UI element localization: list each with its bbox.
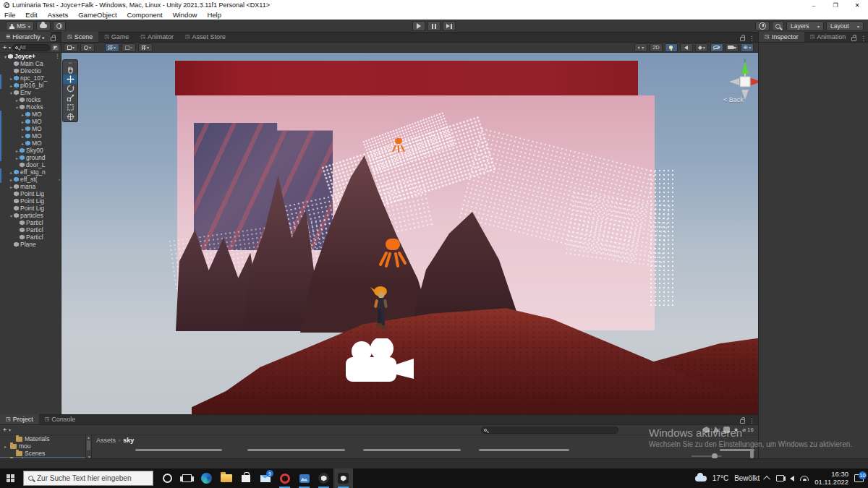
character-jak[interactable] xyxy=(367,286,395,339)
tray-expand-icon[interactable] xyxy=(763,476,770,483)
tab-scene[interactable]: ◳Scene xyxy=(61,32,98,42)
panel-resize-grip[interactable] xyxy=(750,450,754,458)
expand-arrow-icon[interactable]: ▸ xyxy=(14,155,20,160)
panel-menu-icon[interactable]: ⋮ xyxy=(749,35,755,42)
taskbar-app-unity-hub[interactable] xyxy=(314,468,333,488)
asset-list-item[interactable] xyxy=(363,449,461,451)
search-button[interactable] xyxy=(772,21,784,31)
tab-hierarchy[interactable]: ☰Hierarchy▸ xyxy=(0,32,51,42)
taskbar-search-input[interactable]: Zur Suche Text hier eingeben xyxy=(23,471,153,486)
render-mode-dropdown[interactable]: ◐▾ xyxy=(634,43,647,52)
hierarchy-item-rocks[interactable]: ▸rocks xyxy=(0,96,61,103)
expand-arrow-icon[interactable]: ▾ xyxy=(14,105,20,110)
menu-help[interactable]: Help xyxy=(207,11,221,19)
rotate-tool[interactable] xyxy=(63,84,77,93)
hierarchy-item-point-lig[interactable]: Point Lig xyxy=(0,190,61,197)
hierarchy-item-mo[interactable]: ▸MO xyxy=(0,125,61,132)
cloud-button[interactable] xyxy=(36,21,51,31)
project-folder-Scenes[interactable]: Scenes xyxy=(0,450,91,457)
lighting-toggle[interactable] xyxy=(665,43,678,52)
palette-grip[interactable]: ▪▪ xyxy=(63,60,77,65)
snap-dropdown[interactable]: ▾ xyxy=(122,43,136,52)
project-folder-mou[interactable]: ▸mou xyxy=(0,442,91,450)
tab-inspector[interactable]: ◳Inspector xyxy=(759,32,804,42)
services-button[interactable] xyxy=(53,21,66,31)
breadcrumb-leaf[interactable]: sky xyxy=(123,437,134,444)
account-button[interactable]: MS▾ xyxy=(6,21,34,31)
2d-toggle[interactable]: 2D xyxy=(650,43,663,52)
lock-icon[interactable] xyxy=(51,37,56,41)
hierarchy-item-env[interactable]: ▾Env xyxy=(0,89,61,96)
hierarchy-item-npc-107-[interactable]: ▸npc_107_ xyxy=(0,74,61,82)
tab-game[interactable]: ◳Game xyxy=(98,32,135,42)
hierarchy-item-particles[interactable]: ▾particles xyxy=(0,212,61,219)
shading-dropdown[interactable]: ▾ xyxy=(80,43,95,52)
expand-arrow-icon[interactable]: ▸ xyxy=(9,76,14,81)
hierarchy-item-mo[interactable]: ▸MO xyxy=(0,132,61,140)
project-folder-Materials[interactable]: Materials xyxy=(0,435,91,442)
audio-toggle[interactable] xyxy=(680,43,693,52)
thumbnail-zoom-slider[interactable] xyxy=(692,455,722,457)
panel-menu-icon[interactable]: ⋮ xyxy=(749,417,755,424)
expand-arrow-icon[interactable]: ▸ xyxy=(9,83,14,88)
vertical-scrollbar[interactable]: ▲▼ xyxy=(85,435,91,459)
tab-animation[interactable]: ◳Animation xyxy=(804,32,852,42)
expand-arrow-icon[interactable]: ▾ xyxy=(9,213,14,218)
taskbar-app-mail[interactable]: 9 xyxy=(255,468,275,488)
expand-arrow-icon[interactable]: ▾ xyxy=(9,90,14,95)
notification-center-icon[interactable]: 10 xyxy=(854,474,864,482)
project-search-input[interactable] xyxy=(481,427,618,434)
layout-dropdown[interactable]: Layout▾ xyxy=(826,21,864,31)
hierarchy-item-main-ca[interactable]: Main Ca xyxy=(0,60,61,67)
effects-dropdown[interactable]: ◆▾ xyxy=(695,43,708,52)
hierarchy-item-mo[interactable]: ▸MO xyxy=(0,140,61,147)
add-asset-button[interactable]: ＋▾ xyxy=(1,425,11,435)
weather-icon[interactable] xyxy=(695,476,707,481)
volume-icon[interactable] xyxy=(790,476,794,481)
expand-arrow-icon[interactable]: ▸ xyxy=(20,141,25,146)
expand-arrow-icon[interactable]: ▸ xyxy=(20,134,25,139)
lock-icon[interactable] xyxy=(740,419,745,424)
taskbar-app-task-view[interactable] xyxy=(177,468,197,488)
project-content-area[interactable]: Assets › sky xyxy=(92,435,758,459)
menu-assets[interactable]: Assets xyxy=(48,11,69,19)
asset-list-item[interactable] xyxy=(479,449,569,451)
hierarchy-search-input[interactable]: All xyxy=(12,44,50,51)
scene-picker-icon[interactable]: ◩ xyxy=(51,44,59,51)
hierarchy-item-particl[interactable]: Particl xyxy=(0,234,61,241)
taskbar-app-opera[interactable] xyxy=(275,468,294,488)
asset-list-item[interactable] xyxy=(135,449,222,451)
scale-tool[interactable] xyxy=(63,93,77,103)
expand-arrow-icon[interactable]: ▸ xyxy=(14,148,20,153)
menu-component[interactable]: Component xyxy=(127,11,163,19)
taskbar-app-file-explorer[interactable] xyxy=(216,468,236,488)
asset-list-item[interactable] xyxy=(247,449,345,451)
taskbar-app-edge[interactable] xyxy=(197,468,216,488)
expand-arrow-icon[interactable]: ▸ xyxy=(20,127,25,132)
undo-history-button[interactable] xyxy=(755,21,770,31)
expand-arrow-icon[interactable]: ▸ xyxy=(20,112,25,117)
step-button[interactable] xyxy=(443,21,456,31)
play-button[interactable] xyxy=(412,21,425,31)
hand-tool[interactable] xyxy=(63,65,77,74)
taskbar-app-store[interactable] xyxy=(236,468,255,488)
expand-arrow-icon[interactable]: ▸ xyxy=(9,170,14,175)
camera-gizmo[interactable] xyxy=(340,338,415,385)
hierarchy-item-joyce-[interactable]: ▾Joyce+⋮ xyxy=(0,53,61,60)
pause-button[interactable] xyxy=(427,21,441,31)
lock-icon[interactable] xyxy=(740,37,745,41)
weather-text[interactable]: Bewölkt xyxy=(734,474,760,482)
hierarchy-item-particl[interactable]: Particl xyxy=(0,219,61,226)
tab-console[interactable]: ◳Console xyxy=(39,414,82,424)
breadcrumb-root[interactable]: Assets xyxy=(96,437,116,444)
scene-viewport[interactable]: ≡ y x < Back ▪▪ xyxy=(61,53,758,414)
tab-project[interactable]: ◳Project xyxy=(0,414,39,424)
grid-visibility-dropdown[interactable]: ▾ xyxy=(105,43,119,52)
asset-list-item[interactable] xyxy=(720,449,754,451)
favorites-star-icon[interactable]: ★ xyxy=(733,427,739,433)
layers-dropdown[interactable]: Layers▾ xyxy=(786,21,824,31)
expand-arrow-icon[interactable]: ▸ xyxy=(14,98,20,103)
lock-icon[interactable] xyxy=(851,37,856,41)
hierarchy-item-eff-stg-n[interactable]: ▸eff_stg_n xyxy=(0,168,61,176)
menu-gameobject[interactable]: GameObject xyxy=(78,11,116,19)
